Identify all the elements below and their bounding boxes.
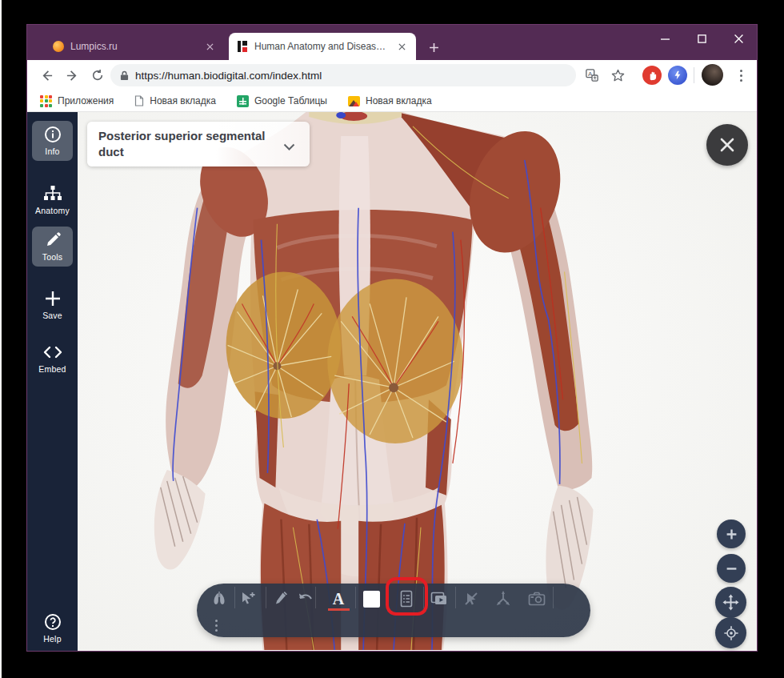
bookmark-new-tab-2[interactable]: Новая вкладка xyxy=(348,95,432,106)
app-sidebar: Info Anatomy Tools Save Embed Help xyxy=(27,112,78,651)
anatomy-viewer: Posterior superior segmental duct xyxy=(78,112,757,651)
close-viewer-button[interactable] xyxy=(706,124,748,166)
pointer-disabled-button[interactable] xyxy=(459,587,483,611)
sidebar-item-label: Tools xyxy=(32,252,73,262)
pencil-icon xyxy=(43,231,62,250)
tab-biodigital[interactable]: Human Anatomy and Disease in xyxy=(229,33,416,60)
undo-icon xyxy=(297,592,314,606)
plus-icon xyxy=(43,289,62,308)
divider xyxy=(234,587,235,608)
selection-dropdown[interactable]: Posterior superior segmental duct xyxy=(87,122,310,166)
divider xyxy=(315,587,316,608)
code-icon xyxy=(42,343,64,362)
window-controls xyxy=(646,25,757,52)
adblock-extension-icon[interactable] xyxy=(642,66,662,85)
screenshot-button[interactable] xyxy=(525,587,549,611)
sidebar-item-help[interactable]: Help xyxy=(32,608,73,648)
close-window-button[interactable] xyxy=(720,25,757,52)
divider xyxy=(355,587,356,608)
extension-icon[interactable] xyxy=(668,66,687,85)
select-add-tool-button[interactable] xyxy=(236,587,260,611)
divider xyxy=(694,67,694,83)
minus-icon xyxy=(726,563,738,575)
color-swatch-button[interactable] xyxy=(359,587,383,611)
bookmark-new-tab[interactable]: Новая вкладка xyxy=(134,95,216,106)
bookmarks-bar: Приложения Новая вкладка Google Таблицы … xyxy=(27,90,757,112)
sidebar-item-label: Embed xyxy=(32,364,73,374)
pen-icon xyxy=(273,591,289,607)
minimize-button[interactable] xyxy=(646,25,683,52)
tab-label: Lumpics.ru xyxy=(70,41,197,52)
sidebar-item-label: Anatomy xyxy=(32,206,73,215)
anatomy-model[interactable] xyxy=(78,112,757,650)
pan-button[interactable] xyxy=(715,587,746,618)
sidebar-item-info[interactable]: Info xyxy=(32,121,73,161)
media-slideshow-button[interactable] xyxy=(427,587,451,611)
sheets-icon xyxy=(237,95,249,107)
anatomy-tree-icon xyxy=(42,184,63,203)
sidebar-item-tools[interactable]: Tools xyxy=(32,227,73,267)
toolbar-more-icon[interactable] xyxy=(212,617,220,633)
sidebar-item-save[interactable]: Save xyxy=(32,285,73,325)
text-tool-underline xyxy=(328,608,350,611)
bookmark-star-icon[interactable] xyxy=(606,64,629,86)
maximize-button[interactable] xyxy=(683,25,720,52)
info-icon xyxy=(43,125,62,144)
tab-close-icon[interactable] xyxy=(395,40,408,53)
translate-icon[interactable]: A xyxy=(581,64,603,86)
bookmark-label: Google Таблицы xyxy=(254,95,327,106)
bookmark-google-sheets[interactable]: Google Таблицы xyxy=(237,95,327,107)
zoom-out-button[interactable] xyxy=(717,554,746,583)
zoom-in-button[interactable] xyxy=(717,520,746,548)
back-icon[interactable] xyxy=(35,64,58,86)
sidebar-item-label: Help xyxy=(32,634,73,644)
navigation-bar: https://human.biodigital.com/index.html … xyxy=(27,60,757,90)
tools-toolbar: A xyxy=(197,584,590,637)
screen-edge xyxy=(0,0,2,678)
bookmark-label: Новая вкладка xyxy=(366,95,432,106)
divider xyxy=(266,587,266,608)
sidebar-item-label: Save xyxy=(32,311,73,320)
divider xyxy=(423,587,424,608)
bookmark-label: Новая вкладка xyxy=(150,95,216,106)
target-icon xyxy=(723,625,739,641)
center-view-button[interactable] xyxy=(715,617,746,648)
undo-tool-button[interactable] xyxy=(294,587,318,611)
lungs-tool-button[interactable] xyxy=(207,587,231,611)
url-text: https://human.biodigital.com/index.html xyxy=(135,70,322,82)
media-play-icon xyxy=(430,592,448,606)
sidebar-item-embed[interactable]: Embed xyxy=(32,339,73,379)
browser-window: Lumpics.ru Human Anatomy and Disease in xyxy=(26,24,758,652)
image-icon xyxy=(348,96,360,106)
selection-label: Posterior superior segmental duct xyxy=(98,128,278,160)
help-icon xyxy=(43,612,62,632)
sidebar-item-anatomy[interactable]: Anatomy xyxy=(32,180,73,220)
draw-tool-button[interactable] xyxy=(269,587,293,611)
chrome-menu-icon[interactable] xyxy=(733,66,749,85)
text-tool-button[interactable]: A xyxy=(326,587,350,611)
page-icon xyxy=(134,95,144,106)
rotate-3d-button[interactable] xyxy=(491,587,515,611)
divider xyxy=(553,587,554,608)
plus-icon xyxy=(726,528,738,540)
page-content: Info Anatomy Tools Save Embed Help xyxy=(27,112,757,651)
sidebar-item-label: Info xyxy=(32,146,73,156)
camera-icon xyxy=(528,592,546,606)
active-tool-highlight xyxy=(386,577,428,616)
apps-grid-icon xyxy=(40,95,52,107)
forward-icon[interactable] xyxy=(61,64,83,86)
reload-icon[interactable] xyxy=(86,64,109,86)
pan-icon xyxy=(722,594,739,611)
chevron-down-icon[interactable] xyxy=(283,139,295,154)
bookmark-apps[interactable]: Приложения xyxy=(40,95,114,107)
tab-close-icon[interactable] xyxy=(203,40,216,53)
address-bar[interactable]: https://human.biodigital.com/index.html xyxy=(110,64,576,86)
profile-avatar[interactable] xyxy=(702,64,723,86)
tab-label: Human Anatomy and Disease in xyxy=(254,41,389,52)
axis-3d-icon xyxy=(494,590,512,608)
color-swatch-icon xyxy=(363,591,380,608)
cursor-off-icon xyxy=(463,591,479,607)
lock-icon xyxy=(120,70,129,81)
tab-lumpics[interactable]: Lumpics.ru xyxy=(45,33,224,60)
new-tab-button[interactable] xyxy=(424,38,443,57)
